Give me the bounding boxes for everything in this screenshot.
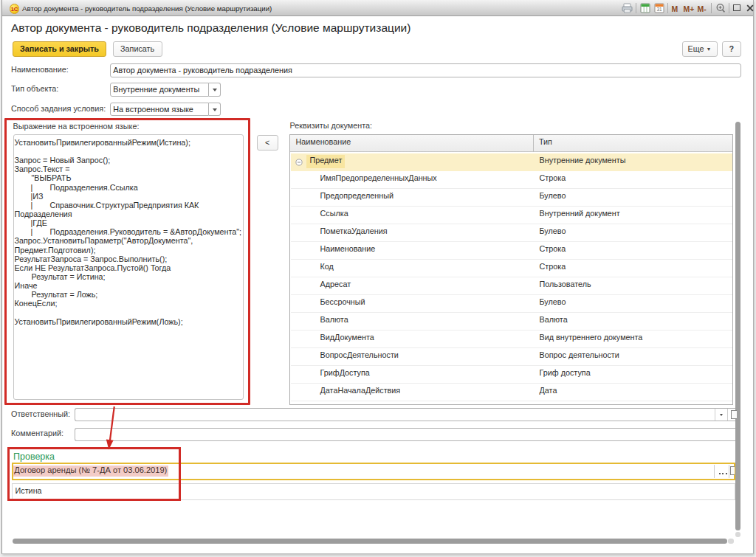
svg-text:31: 31: [656, 7, 662, 12]
